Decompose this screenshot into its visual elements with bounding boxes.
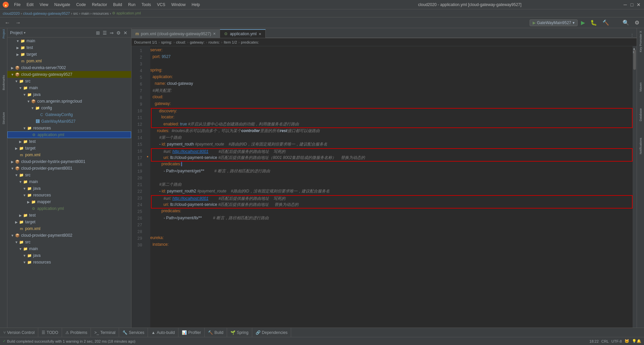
menu-code[interactable]: Code [73, 2, 89, 8]
bottom-tab-autobuild[interactable]: ▲ Auto-build [148, 328, 178, 337]
tree-item-payment8002[interactable]: ▼ 📦 cloud-provider-payment8002 [7, 232, 131, 239]
bottom-tab-dependencies[interactable]: 🔗 Dependencies [252, 328, 291, 337]
autoscroll-button[interactable]: ⇒ [109, 30, 115, 36]
tree-item-java2[interactable]: ▼ 📁 java [7, 185, 131, 192]
bookmark-icon[interactable]: Bookmarks [1, 80, 7, 86]
editor-menu-button[interactable]: ⋮ [630, 33, 634, 38]
bottom-tab-build[interactable]: 🔨 Build [205, 328, 227, 337]
tree-item-src3[interactable]: ▼ 📁 src [7, 239, 131, 245]
menu-window[interactable]: Window [169, 2, 189, 8]
tab-yml-close[interactable]: ✕ [259, 32, 261, 36]
settings-button[interactable]: ⚙ [633, 19, 641, 26]
tree-item-test3[interactable]: ▶ 📁 test [7, 212, 131, 219]
search-button[interactable]: 🔍 [621, 19, 631, 26]
bc-nav-2[interactable]: spring: [161, 40, 172, 44]
tree-item-main3[interactable]: ▼ 📁 main [7, 178, 131, 185]
tree-item-main4[interactable]: ▼ 📁 main [7, 245, 131, 252]
tree-item-main2[interactable]: ▼ 📁 main [7, 84, 131, 91]
code-editor[interactable]: server: port: 9527 spring: application: … [150, 46, 633, 328]
collapse-all-button[interactable]: ☰ [102, 30, 108, 36]
status-git-branch[interactable]: 🐱 [625, 339, 629, 343]
tab-pom-close[interactable]: ✕ [213, 32, 216, 36]
bottom-tab-terminal[interactable]: >_ Terminal [91, 328, 119, 337]
tree-item-gateway[interactable]: ▼ 📦 cloud-gateway-gateway9527 [7, 71, 131, 78]
bc-nav-7[interactable]: predicates: [241, 40, 259, 44]
tab-pom[interactable]: m pom.xml (cloud-gateway-gateway9527) ✕ [131, 29, 220, 38]
tree-item-pom2[interactable]: ▶ m pom.xml [7, 152, 131, 158]
bc-nav-3[interactable]: cloud: [176, 40, 186, 44]
tree-item-package[interactable]: ▼ 📦 com.angenin.springcloud [7, 98, 131, 105]
menu-view[interactable]: View [37, 2, 51, 8]
bc-nav-5[interactable]: routes: [209, 40, 220, 44]
tree-item-pom[interactable]: ▶ m pom.xml [7, 58, 131, 64]
bc-nav-6[interactable]: Item 1/2 [224, 40, 237, 44]
debug-button[interactable]: 🐛 [588, 19, 599, 26]
run-button[interactable]: ▶ [579, 19, 587, 26]
bc-resources[interactable]: resources [93, 11, 109, 15]
tree-item-mapper[interactable]: ▶ 📁 mapper [7, 198, 131, 205]
tree-item-pom3[interactable]: ▶ m pom.xml [7, 225, 131, 232]
bottom-tab-version-control[interactable]: ⑂ Version Control [0, 328, 38, 337]
panel-dropdown[interactable]: ▾ [24, 31, 25, 35]
menu-tools[interactable]: Tools [139, 2, 154, 8]
tree-item-eureka[interactable]: ▶ 📦 cloud-eureka-server7002 [7, 64, 131, 71]
sidebar-database[interactable]: Database [638, 107, 643, 123]
bc-module[interactable]: cloud-gateway-gateway9527 [23, 11, 70, 15]
tree-item-appyml[interactable]: ▶ ⚙ application.yml [7, 131, 131, 138]
maximize-button[interactable]: □ [629, 2, 635, 7]
menu-run[interactable]: Run [125, 2, 138, 8]
forward-button[interactable]: → [13, 19, 23, 26]
bottom-tab-spring[interactable]: 🌱 Spring [227, 328, 252, 337]
bottom-tab-services[interactable]: 🔧 Services [119, 328, 148, 337]
sidebar-key-promoter[interactable]: Key Promoter X [638, 30, 643, 54]
bc-src[interactable]: src [73, 11, 78, 15]
expand-all-button[interactable]: ⊞ [95, 30, 101, 36]
tree-item-target[interactable]: ▶ 📁 target [7, 51, 131, 58]
structure-icon[interactable]: Structure [1, 115, 7, 121]
close-panel-button[interactable]: ✕ [122, 30, 128, 36]
menu-navigate[interactable]: Navigate [52, 2, 73, 8]
minimize-button[interactable]: ─ [623, 2, 628, 7]
bc-nav-1[interactable]: Document 1/1 [134, 40, 157, 44]
tree-item-appyml2[interactable]: ▶ ⚙ application.yml [7, 205, 131, 212]
tree-item-resources[interactable]: ▼ 📁 resources [7, 125, 131, 131]
bottom-tab-problems[interactable]: ⚠ Problems [62, 328, 91, 337]
project-icon[interactable]: Project [1, 31, 7, 37]
menu-refactor[interactable]: Refactor [89, 2, 110, 8]
tree-item-payment8001[interactable]: ▼ 📦 cloud-provider-payment8001 [7, 165, 131, 172]
bottom-tab-profiler[interactable]: 📊 Profiler [178, 328, 205, 337]
menu-vcs[interactable]: VCS [154, 2, 168, 8]
tree-item-resources3[interactable]: ▼ 📁 resources [7, 259, 131, 266]
tree-item-config[interactable]: ▼ 📁 config [7, 105, 131, 111]
menu-edit[interactable]: Edit [24, 2, 36, 8]
settings-panel-button[interactable]: ⚙ [115, 30, 122, 36]
tree-item-main[interactable]: ▼ 📁 main [7, 38, 131, 44]
menu-build[interactable]: Build [110, 2, 125, 8]
menu-file[interactable]: File [11, 2, 23, 8]
tree-item-gatewayconfig[interactable]: ▶ C GatewayConfig [7, 111, 131, 118]
close-button[interactable]: ✕ [636, 2, 641, 7]
run-config-selector[interactable]: ▶ GateWayMain9527 ▾ [530, 19, 578, 26]
tree-item-src2[interactable]: ▼ 📁 src [7, 172, 131, 178]
tree-item-src[interactable]: ▼ 📁 src [7, 78, 131, 84]
tree-item-target2[interactable]: ▶ 📁 target [7, 145, 131, 152]
back-button[interactable]: ← [3, 19, 12, 26]
bc-main[interactable]: main [82, 11, 90, 15]
tab-appyml[interactable]: ⚙ application.yml ✕ [220, 29, 265, 38]
menu-help[interactable]: Help [189, 2, 203, 8]
sidebar-notifications[interactable]: Notifications [638, 136, 643, 156]
tree-item-target3[interactable]: ▶ 📁 target [7, 219, 131, 225]
bc-project[interactable]: cloud2020 [3, 11, 20, 15]
sidebar-maven[interactable]: Maven [638, 81, 643, 93]
tree-item-java[interactable]: ▼ 📁 java [7, 91, 131, 98]
tree-item-hystrix[interactable]: ▶ 📦 cloud-provider-hystrix-payment8001 [7, 158, 131, 165]
build-button[interactable]: 🔨 [600, 19, 611, 26]
tree-item-test2[interactable]: ▶ 📁 test [7, 138, 131, 145]
tree-item-test[interactable]: ▶ 📁 test [7, 44, 131, 51]
tree-item-gatewaymain[interactable]: ▶ 🅲 GateWayMain9527 [7, 118, 131, 125]
bottom-tab-todo[interactable]: ☰ TODO [38, 328, 62, 337]
bc-nav-4[interactable]: gateway: [190, 40, 205, 44]
tree-item-java3[interactable]: ▼ 📁 java [7, 252, 131, 259]
tree-item-resources2[interactable]: ▼ 📁 resources [7, 192, 131, 198]
bc-file[interactable]: ⚙ application.yml [112, 11, 141, 15]
